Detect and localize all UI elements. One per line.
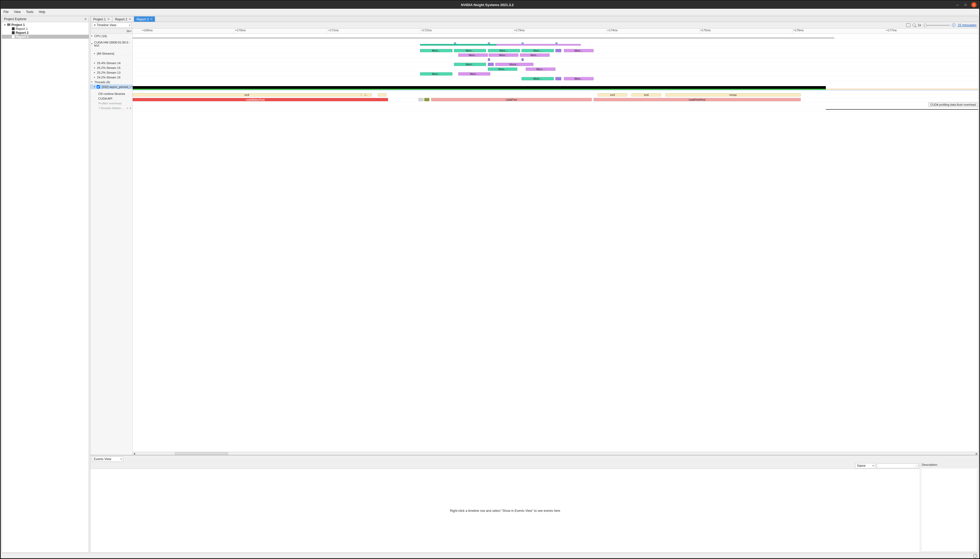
tab-close-icon[interactable]: ✕ (129, 18, 131, 21)
maximize-button[interactable] (964, 3, 968, 7)
timeline-view-dropdown[interactable]: Timeline View (92, 23, 132, 28)
report-item-2[interactable]: Report 2 (2, 31, 89, 35)
chat-bubble-icon[interactable] (973, 554, 977, 557)
mem-block[interactable]: Mem… (520, 53, 549, 57)
minimize-button[interactable] (955, 3, 960, 7)
mem-block[interactable]: Mem… (521, 49, 554, 52)
mem-block[interactable] (555, 77, 561, 80)
mem-block[interactable]: Mem… (564, 77, 594, 80)
events-toolbar: Events View (90, 455, 978, 463)
report-item-3[interactable]: Report 3 (2, 35, 89, 39)
row-os-runtime[interactable]: OS runtime libraries (90, 91, 132, 96)
timeline-origin[interactable]: 0s (90, 29, 132, 34)
events-placeholder: Right-click a timeline row and select "S… (90, 469, 920, 552)
mem-block[interactable]: Mem… (526, 68, 555, 71)
mem-block[interactable]: Mem… (458, 53, 488, 57)
project-label: Project 1 (12, 23, 25, 27)
mem-block[interactable] (488, 63, 494, 66)
ioctl-block[interactable]: ioctl (133, 93, 361, 96)
horizontal-scrollbar[interactable]: ◀ ▶ (133, 452, 978, 455)
flush-overhead-box: CUDA profiling data flush overhead (928, 102, 978, 107)
close-button[interactable] (971, 2, 977, 7)
timeline-row-labels: 0s ▸CPU (16) ▾CUDA HW (0000:01:00.0 - NV… (90, 29, 133, 455)
project-root[interactable]: ▾ Project 1 (2, 23, 89, 27)
messages-link[interactable]: 15 messages (958, 23, 977, 27)
ioctl-block[interactable]: i… (361, 93, 372, 96)
menu-view[interactable]: View (13, 10, 22, 14)
zoom-slider[interactable] (923, 25, 950, 26)
mem-block[interactable]: Mem… (488, 49, 520, 52)
tab-report-3[interactable]: Report 3 ✕ (134, 17, 155, 22)
ioctl-block[interactable]: ioctl (598, 93, 627, 96)
mem-block[interactable]: Mem… (489, 53, 518, 57)
mem-block[interactable]: Mem… (454, 63, 486, 66)
mmap-block[interactable]: mmap (665, 93, 801, 96)
timeline-tracks[interactable]: Mem… Mem… Mem… Mem… Mem… Mem… Mem… Mem… (133, 34, 978, 452)
mem-block[interactable]: Mem… (420, 72, 452, 76)
row-cuda-hw[interactable]: ▾CUDA HW (0000:01:00.0 - NVI (90, 41, 132, 46)
cuda-free-host-block[interactable]: cudaFreeHost (594, 98, 801, 101)
tab-project-1[interactable]: Project 1 ✕ (91, 17, 112, 22)
scroll-right-icon[interactable]: ▶ (975, 452, 978, 455)
tab-close-icon[interactable]: ✕ (150, 18, 153, 21)
row-thread-332[interactable]: ▾ [332] async_pinned_me ▾ (90, 84, 132, 89)
row-cuda-api[interactable]: CUDA API (90, 96, 132, 101)
explorer-close-icon[interactable]: × (84, 17, 87, 21)
events-panel: Name Right-click a timeline row and sele… (90, 463, 978, 552)
cuda-malloc-host-block[interactable]: cudaMallocHost (133, 98, 378, 101)
report-item-1[interactable]: Report 1 (2, 27, 89, 31)
menu-file[interactable]: File (2, 10, 10, 14)
scroll-left-icon[interactable]: ◀ (133, 452, 136, 455)
ioctl-block[interactable]: ioctl (632, 93, 661, 96)
document-icon (12, 35, 15, 38)
menu-help[interactable]: Help (38, 10, 46, 14)
row-stream-14[interactable]: ▸25.4% Stream 14 (90, 61, 132, 65)
events-filter-dropdown[interactable]: Name (855, 463, 875, 468)
cuda-api-block[interactable] (378, 98, 388, 101)
keyboard-icon[interactable] (906, 23, 910, 27)
dropdown-label: Name (857, 464, 866, 468)
info-icon[interactable] (952, 23, 955, 27)
cuda-api-block[interactable] (424, 98, 429, 101)
memc-block[interactable]: Memc… (495, 63, 533, 66)
magnify-icon[interactable] (912, 23, 916, 27)
mem-block[interactable]: Mem… (521, 77, 554, 80)
document-icon (12, 31, 15, 34)
ioctl-block[interactable] (378, 93, 386, 96)
mem-block[interactable]: Mem… (454, 49, 486, 52)
mem-block[interactable]: Mem… (564, 49, 594, 52)
row-stream-16[interactable]: ▸24.2% Stream 16 (90, 75, 132, 80)
menu-bar: File View Tools Help (1, 9, 979, 15)
cuda-api-block[interactable] (419, 98, 424, 101)
mem-block[interactable]: Mem… (488, 68, 518, 71)
row-stream-15[interactable]: ▸25.2% Stream 15 (90, 65, 132, 70)
minus-icon[interactable]: − (127, 106, 129, 110)
row-threads-hidden[interactable]: 7 threads hidden… − + (90, 106, 132, 111)
report-label: Report 3 (16, 35, 29, 39)
mem-block[interactable]: Mem… (420, 49, 452, 52)
chevron-down-icon[interactable]: ▾ (3, 23, 6, 26)
description-header: Description: (920, 463, 978, 467)
row-profiler-overhead[interactable]: Profiler overhead (90, 101, 132, 106)
scrollbar-thumb[interactable] (175, 452, 228, 455)
row-cpu[interactable]: ▸CPU (16) (90, 34, 132, 38)
tab-close-icon[interactable]: ✕ (107, 18, 110, 21)
row-all-streams[interactable]: ▸[All Streams] (90, 51, 132, 56)
menu-tools[interactable]: Tools (25, 10, 35, 14)
tab-bar: Project 1 ✕ Report 2 ✕ Report 3 ✕ (90, 16, 978, 22)
mem-block[interactable]: Mem… (458, 72, 490, 76)
events-view-dropdown[interactable]: Events View (92, 456, 123, 462)
tab-report-2[interactable]: Report 2 ✕ (112, 17, 134, 22)
mem-block[interactable] (555, 49, 561, 52)
timeline[interactable]: 0s ▸CPU (16) ▾CUDA HW (0000:01:00.0 - NV… (90, 29, 978, 455)
events-search-input[interactable] (877, 463, 918, 468)
cuda-free-block[interactable]: cudaFree (431, 98, 592, 101)
timeline-ruler[interactable]: +169ms +170ms +171ms +172ms +173ms +174m… (133, 29, 978, 34)
explorer-title: Project Explorer (4, 17, 26, 21)
thread-checkbox[interactable] (97, 85, 100, 88)
report-label: Report 2 (16, 31, 29, 35)
row-threads[interactable]: ▾Threads (8) (90, 80, 132, 84)
tab-label: Report 3 (136, 18, 148, 21)
plus-icon[interactable]: + (130, 106, 131, 110)
row-stream-13[interactable]: ▸25.2% Stream 13 (90, 70, 132, 75)
